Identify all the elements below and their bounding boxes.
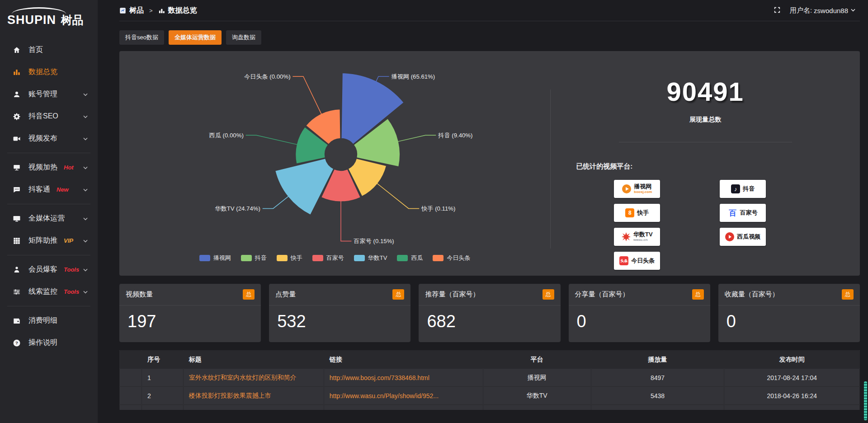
sidebar-item-label: 账号管理 [28,89,57,99]
stat-card-header: 分享量（百家号）总 [569,284,710,306]
total-badge[interactable]: 总 [842,289,854,300]
tab-douyin-seo-data[interactable]: 抖音seo数据 [119,30,164,45]
stat-card-like-count: 点赞量总532 [269,284,410,342]
slice-label-6: 今日头条 (0.00%) [244,73,291,80]
user-menu[interactable]: 用户名: zswodun88 [790,6,856,15]
label-line-5 [246,135,299,145]
sidebar-item-clue-monitor[interactable]: 线索监控Tools [0,281,98,303]
sidebar-item-media-operation[interactable]: 全媒体运营 [0,207,98,230]
platform-name: 播视网 [634,183,651,190]
total-badge[interactable]: 总 [392,289,404,300]
total-badge[interactable]: 总 [243,289,255,300]
total-badge[interactable]: 总 [542,289,554,300]
sidebar-item-operation-help[interactable]: ?操作说明 [0,332,98,354]
sidebar-item-video-heat[interactable]: 视频加热Hot [0,156,98,179]
summary-divider [619,142,792,142]
cell-title-link[interactable]: 室外水纹灯和室内水纹灯的区别和简介 [183,369,324,387]
legend-item-5[interactable]: 西瓜 [397,254,423,262]
breadcrumb-home[interactable]: 树品 [129,6,144,15]
stat-cards: 视频数量总197点赞量总532推荐量（百家号）总682分享量（百家号）总0收藏量… [119,284,860,342]
app-icon [119,7,126,14]
sidebar-item-tag: New [57,186,69,193]
table-row-partial [120,405,860,410]
screen-icon [12,163,22,172]
platform-badge-douyin[interactable]: ♪抖音 [720,180,766,198]
sidebar-item-matrix-boost[interactable]: 矩阵助推VIP [0,230,98,252]
cell-url-link[interactable]: http://www.wasu.cn/Play/show/id/952... [324,387,483,405]
sidebar-item-consume-detail[interactable]: 消费明细 [0,310,98,332]
sidebar-item-label: 视频发布 [28,134,57,143]
cell-title-link[interactable]: 楼体投影灯投影效果震撼上市 [183,387,324,405]
fullscreen-icon[interactable] [774,6,781,15]
brand-logo[interactable]: SHUPIN 树品 [0,5,98,31]
tab-media-operation-data[interactable]: 全媒体运营数据 [169,30,222,45]
impressions-total: 90491 [551,76,860,107]
boosj-logo [622,184,631,193]
sidebar-item-member-burst[interactable]: 会员爆客Tools [0,258,98,281]
toutiao-logo: 头条 [619,256,628,265]
question-icon: ? [12,338,22,348]
cell-no: 1 [142,369,184,387]
sidebar-item-douketong[interactable]: 抖客通New [0,179,98,201]
legend-item-0[interactable]: 播视网 [199,254,231,262]
legend-item-4[interactable]: 华数TV [354,254,387,262]
platform-badge-toutiao[interactable]: 头条今日头条 [614,252,660,270]
legend-label: 快手 [291,254,302,262]
sidebar-item-label: 数据总览 [28,67,57,77]
rose-chart[interactable]: 播视网 (65.61%)抖音 (9.40%)快手 (0.11%)百家号 (0.1… [119,54,562,253]
sidebar-item-home[interactable]: 首页 [0,39,98,61]
platform-badge-baijiahao[interactable]: 百百家号 [720,204,766,222]
sidebar-item-douyin-seo[interactable]: 抖音SEO [0,105,98,127]
logo-arc-decoration [12,7,66,21]
stat-card-label: 收藏量（百家号） [725,290,779,299]
kuaishou-logo: 8 [625,208,634,217]
sidebar-item-tag: VIP [64,237,73,244]
label-line-6 [292,76,322,115]
platform-badge-boosj[interactable]: 播视网boosj.com [614,180,660,198]
platform-badge-xigua[interactable]: 西瓜视频 [720,228,766,246]
platform-badge-kuaishou[interactable]: 8快手 [614,204,660,222]
chevron-down-icon [82,238,89,244]
sidebar-item-video-publish[interactable]: 视频发布 [0,127,98,150]
stat-card-value: 0 [718,306,860,342]
rose-slice-4[interactable] [275,158,334,215]
legend-swatch [312,255,323,261]
cell-time: 2017-08-24 17:04 [724,369,860,387]
platform-subtitle: boosj.com [634,190,652,194]
stat-card-video-count: 视频数量总197 [119,284,261,342]
home-icon [12,46,22,55]
sidebar-item-label: 视频加热 [28,163,57,172]
slice-label-3: 百家号 (0.15%) [354,238,394,244]
slice-label-5: 西瓜 (0.00%) [209,132,244,139]
page-scrollbar-thumb[interactable] [864,381,867,420]
legend-label: 华数TV [368,254,387,262]
douyin-logo: ♪ [731,184,740,193]
xigua-logo [725,232,734,241]
label-line-1 [396,135,436,142]
sidebar-item-data-overview[interactable]: 数据总览 [0,61,98,83]
chart-legend: 播视网抖音快手百家号华数TV西瓜今日头条 [119,254,550,262]
slice-label-0: 播视网 (65.61%) [391,73,435,80]
total-badge[interactable]: 总 [692,289,704,300]
stat-card-value: 0 [569,306,710,342]
legend-item-6[interactable]: 今日头条 [433,254,470,262]
platform-badge-wasu[interactable]: 华数TVwasu.cn [614,228,660,246]
legend-item-1[interactable]: 抖音 [241,254,267,262]
main-area: 树品 > 数据总览 用户名: zswodun88 抖音seo数据全媒体运营数据询… [98,0,868,423]
stat-card-value: 682 [419,306,560,342]
mini-chart-icon [158,7,165,14]
legend-swatch [241,255,252,261]
tab-inquiry-data[interactable]: 询盘数据 [226,30,261,45]
baijiahao-logo: 百 [728,208,737,217]
sidebar-divider [7,255,90,255]
wallet-icon [12,316,22,325]
chevron-down-icon [82,187,89,193]
chevron-down-icon [82,113,89,120]
sidebar-item-account-manage[interactable]: 账号管理 [0,83,98,105]
legend-item-3[interactable]: 百家号 [312,254,344,262]
cell-url-link[interactable]: http://www.boosj.com/7338468.html [324,369,483,387]
legend-item-2[interactable]: 快手 [277,254,302,262]
legend-label: 百家号 [326,254,344,262]
topbar: 树品 > 数据总览 用户名: zswodun88 [98,0,868,21]
breadcrumb-separator: > [149,7,153,14]
